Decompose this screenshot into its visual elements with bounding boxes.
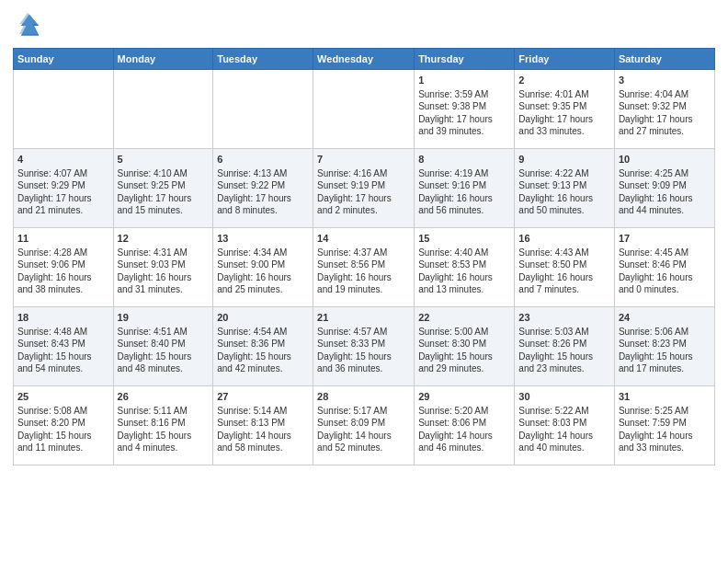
day-number: 27 [217,390,309,404]
day-number: 4 [17,153,109,167]
day-cell: 1Sunrise: 3:59 AM Sunset: 9:38 PM Daylig… [415,70,515,149]
day-info: Sunrise: 4:37 AM Sunset: 8:56 PM Dayligh… [317,247,410,296]
day-number: 5 [118,153,210,167]
day-info: Sunrise: 4:01 AM Sunset: 9:35 PM Dayligh… [518,88,610,138]
week-row-3: 11Sunrise: 4:28 AM Sunset: 9:06 PM Dayli… [14,228,715,307]
day-cell: 8Sunrise: 4:19 AM Sunset: 9:16 PM Daylig… [415,149,515,228]
col-header-monday: Monday [113,49,213,70]
day-number: 11 [17,232,109,246]
page: SundayMondayTuesdayWednesdayThursdayFrid… [0,0,728,475]
day-info: Sunrise: 4:10 AM Sunset: 9:25 PM Dayligh… [118,167,210,217]
day-info: Sunrise: 4:22 AM Sunset: 9:13 PM Dayligh… [518,167,610,217]
day-cell: 13Sunrise: 4:34 AM Sunset: 9:00 PM Dayli… [213,228,313,307]
day-info: Sunrise: 5:08 AM Sunset: 8:20 PM Dayligh… [17,405,109,454]
day-cell: 24Sunrise: 5:06 AM Sunset: 8:23 PM Dayli… [614,307,714,386]
svg-marker-1 [19,13,38,34]
day-info: Sunrise: 5:17 AM Sunset: 8:09 PM Dayligh… [317,405,410,454]
day-number: 22 [418,311,510,325]
day-number: 15 [418,232,510,246]
day-number: 31 [619,390,711,404]
day-info: Sunrise: 4:04 AM Sunset: 9:32 PM Dayligh… [619,88,711,138]
day-cell: 6Sunrise: 4:13 AM Sunset: 9:22 PM Daylig… [213,149,313,228]
day-cell: 16Sunrise: 4:43 AM Sunset: 8:50 PM Dayli… [515,228,615,307]
day-cell: 31Sunrise: 5:25 AM Sunset: 7:59 PM Dayli… [614,386,714,465]
day-number: 7 [317,153,410,167]
calendar-table: SundayMondayTuesdayWednesdayThursdayFrid… [13,48,715,465]
day-number: 20 [217,311,309,325]
day-number: 8 [418,153,510,167]
day-number: 25 [17,390,109,404]
day-info: Sunrise: 4:16 AM Sunset: 9:19 PM Dayligh… [317,167,410,217]
day-cell: 2Sunrise: 4:01 AM Sunset: 9:35 PM Daylig… [515,70,615,149]
day-info: Sunrise: 4:43 AM Sunset: 8:50 PM Dayligh… [518,247,610,296]
day-info: Sunrise: 4:07 AM Sunset: 9:29 PM Dayligh… [17,167,109,217]
week-row-1: 1Sunrise: 3:59 AM Sunset: 9:38 PM Daylig… [14,70,715,149]
logo-icon [13,11,42,40]
day-cell: 9Sunrise: 4:22 AM Sunset: 9:13 PM Daylig… [515,149,615,228]
day-info: Sunrise: 4:54 AM Sunset: 8:36 PM Dayligh… [217,326,309,375]
day-cell: 10Sunrise: 4:25 AM Sunset: 9:09 PM Dayli… [614,149,714,228]
day-cell [14,70,114,149]
day-info: Sunrise: 4:51 AM Sunset: 8:40 PM Dayligh… [118,326,210,375]
col-header-saturday: Saturday [614,49,714,70]
day-cell: 21Sunrise: 4:57 AM Sunset: 8:33 PM Dayli… [313,307,415,386]
day-cell: 19Sunrise: 4:51 AM Sunset: 8:40 PM Dayli… [113,307,213,386]
week-row-4: 18Sunrise: 4:48 AM Sunset: 8:43 PM Dayli… [14,307,715,386]
day-info: Sunrise: 4:31 AM Sunset: 9:03 PM Dayligh… [118,247,210,296]
day-number: 2 [518,74,610,87]
day-number: 28 [317,390,410,404]
day-info: Sunrise: 5:03 AM Sunset: 8:26 PM Dayligh… [518,326,610,375]
col-header-wednesday: Wednesday [313,49,415,70]
day-info: Sunrise: 5:22 AM Sunset: 8:03 PM Dayligh… [518,405,610,454]
col-header-tuesday: Tuesday [213,49,313,70]
day-cell [213,70,313,149]
day-info: Sunrise: 4:25 AM Sunset: 9:09 PM Dayligh… [619,167,711,217]
day-number: 3 [619,74,711,87]
day-cell: 15Sunrise: 4:40 AM Sunset: 8:53 PM Dayli… [415,228,515,307]
day-number: 14 [317,232,410,246]
day-number: 26 [118,390,210,404]
day-number: 19 [118,311,210,325]
day-cell: 11Sunrise: 4:28 AM Sunset: 9:06 PM Dayli… [14,228,114,307]
day-cell: 5Sunrise: 4:10 AM Sunset: 9:25 PM Daylig… [113,149,213,228]
day-cell: 17Sunrise: 4:45 AM Sunset: 8:46 PM Dayli… [614,228,714,307]
day-cell: 30Sunrise: 5:22 AM Sunset: 8:03 PM Dayli… [515,386,615,465]
col-header-thursday: Thursday [415,49,515,70]
day-cell: 23Sunrise: 5:03 AM Sunset: 8:26 PM Dayli… [515,307,615,386]
day-number: 21 [317,311,410,325]
day-info: Sunrise: 4:13 AM Sunset: 9:22 PM Dayligh… [217,167,309,217]
day-number: 18 [17,311,109,325]
day-number: 16 [518,232,610,246]
day-info: Sunrise: 3:59 AM Sunset: 9:38 PM Dayligh… [418,88,510,138]
day-info: Sunrise: 5:06 AM Sunset: 8:23 PM Dayligh… [619,326,711,375]
day-info: Sunrise: 5:25 AM Sunset: 7:59 PM Dayligh… [619,405,711,454]
col-header-sunday: Sunday [14,49,114,70]
day-cell: 14Sunrise: 4:37 AM Sunset: 8:56 PM Dayli… [313,228,415,307]
day-info: Sunrise: 4:40 AM Sunset: 8:53 PM Dayligh… [418,247,510,296]
day-number: 29 [418,390,510,404]
day-cell: 29Sunrise: 5:20 AM Sunset: 8:06 PM Dayli… [415,386,515,465]
day-number: 1 [418,74,510,87]
day-info: Sunrise: 4:57 AM Sunset: 8:33 PM Dayligh… [317,326,410,375]
day-cell: 25Sunrise: 5:08 AM Sunset: 8:20 PM Dayli… [14,386,114,465]
day-info: Sunrise: 4:48 AM Sunset: 8:43 PM Dayligh… [17,326,109,375]
day-number: 9 [518,153,610,167]
day-info: Sunrise: 5:11 AM Sunset: 8:16 PM Dayligh… [118,405,210,454]
day-number: 30 [518,390,610,404]
day-cell: 20Sunrise: 4:54 AM Sunset: 8:36 PM Dayli… [213,307,313,386]
day-cell: 12Sunrise: 4:31 AM Sunset: 9:03 PM Dayli… [113,228,213,307]
day-cell [313,70,415,149]
day-number: 23 [518,311,610,325]
day-number: 10 [619,153,711,167]
logo [13,11,46,40]
day-number: 17 [619,232,711,246]
day-cell: 28Sunrise: 5:17 AM Sunset: 8:09 PM Dayli… [313,386,415,465]
day-cell: 27Sunrise: 5:14 AM Sunset: 8:13 PM Dayli… [213,386,313,465]
day-info: Sunrise: 4:19 AM Sunset: 9:16 PM Dayligh… [418,167,510,217]
day-cell: 7Sunrise: 4:16 AM Sunset: 9:19 PM Daylig… [313,149,415,228]
day-number: 6 [217,153,309,167]
header-row: SundayMondayTuesdayWednesdayThursdayFrid… [14,49,715,70]
day-cell: 3Sunrise: 4:04 AM Sunset: 9:32 PM Daylig… [614,70,714,149]
day-cell: 4Sunrise: 4:07 AM Sunset: 9:29 PM Daylig… [14,149,114,228]
week-row-2: 4Sunrise: 4:07 AM Sunset: 9:29 PM Daylig… [14,149,715,228]
